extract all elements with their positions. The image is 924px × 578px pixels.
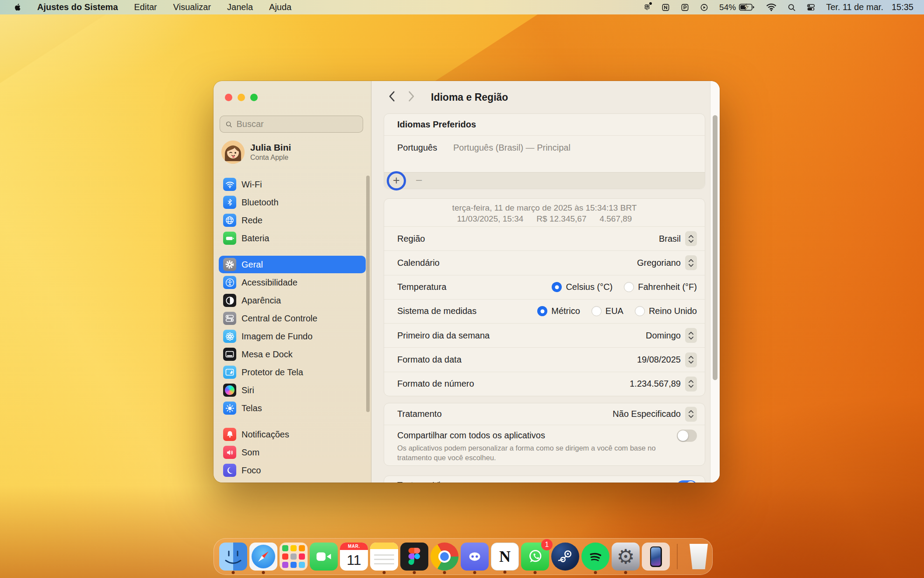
dock-system-settings[interactable]: ⚙ bbox=[612, 543, 640, 571]
menubar-item-janela[interactable]: Janela bbox=[227, 2, 253, 12]
dock-safari[interactable] bbox=[249, 543, 277, 571]
add-language-button[interactable]: + bbox=[391, 175, 402, 187]
format-preview-number: 4.567,89 bbox=[599, 214, 632, 224]
radio-celsius[interactable]: Celsius (°C) bbox=[552, 282, 612, 292]
sidebar-item-label: Rede bbox=[242, 215, 262, 226]
back-button[interactable] bbox=[388, 91, 395, 104]
dock-chrome[interactable] bbox=[430, 543, 458, 571]
sidebar-item-telas[interactable]: Telas bbox=[219, 399, 366, 417]
sidebar-item-foco[interactable]: Foco bbox=[219, 462, 366, 479]
battery-charging-icon bbox=[739, 3, 755, 11]
speaker-icon bbox=[223, 446, 236, 459]
radio-reino-unido[interactable]: Reino Unido bbox=[635, 306, 697, 316]
format-preview-currency: R$ 12.345,67 bbox=[536, 214, 586, 224]
calendar-month: MAR. bbox=[340, 543, 368, 550]
sidebar-item-siri[interactable]: Siri bbox=[219, 381, 366, 399]
close-button[interactable] bbox=[225, 94, 232, 101]
menubar-app-name[interactable]: Ajustes do Sistema bbox=[37, 2, 118, 12]
battery-status[interactable]: 54% bbox=[719, 3, 755, 12]
sidebar-scrollbar[interactable] bbox=[366, 176, 370, 412]
sidebar-item-wifi[interactable]: Wi-Fi bbox=[219, 176, 366, 193]
apple-menu-icon[interactable] bbox=[13, 3, 21, 12]
notion-menubar-icon[interactable] bbox=[662, 3, 670, 12]
language-detail: Português (Brasil) — Principal bbox=[453, 143, 570, 153]
sidebar-item-imagem-de-fundo[interactable]: Imagem de Fundo bbox=[219, 328, 366, 345]
bell-icon bbox=[223, 428, 236, 441]
account-row[interactable]: Julia Bini Conta Apple bbox=[221, 139, 366, 165]
menu-bar: Ajustes do Sistema Editar Visualizar Jan… bbox=[0, 0, 924, 14]
sidebar-item-protetor-de-tela[interactable]: Protetor de Tela bbox=[219, 363, 366, 381]
calendar-row: Calendário Gregoriano bbox=[384, 251, 705, 275]
first-day-select[interactable]: Domingo bbox=[646, 328, 697, 343]
forward-button[interactable] bbox=[408, 91, 415, 104]
share-toggle-off[interactable] bbox=[677, 430, 697, 442]
dock-spotify[interactable] bbox=[581, 543, 609, 571]
menubar-item-editar[interactable]: Editar bbox=[134, 2, 157, 12]
sidebar-item-aparencia[interactable]: Aparência bbox=[219, 292, 366, 309]
dock-notes[interactable] bbox=[370, 543, 398, 571]
radio-unselected-icon bbox=[635, 306, 645, 316]
sidebar-item-mesa-e-dock[interactable]: Mesa e Dock bbox=[219, 345, 366, 363]
globe-icon bbox=[223, 214, 236, 227]
format-preview-line1: terça-feira, 11 de março de 2025 às 15:3… bbox=[452, 203, 637, 213]
date-format-select[interactable]: 19/08/2025 bbox=[637, 352, 697, 367]
radio-eua[interactable]: EUA bbox=[592, 306, 623, 316]
sidebar-item-notificacoes[interactable]: Notificações bbox=[219, 426, 366, 443]
dock-iphone-mirroring[interactable] bbox=[642, 543, 670, 571]
calendar-select[interactable]: Gregoriano bbox=[637, 255, 697, 270]
zoom-button[interactable] bbox=[250, 94, 258, 101]
first-day-row: Primeiro dia da semana Domingo bbox=[384, 324, 705, 348]
dock-discord[interactable] bbox=[461, 543, 489, 571]
sidebar-item-central-de-controle[interactable]: Central de Controle bbox=[219, 310, 366, 327]
spotlight-search-icon[interactable] bbox=[788, 3, 796, 12]
wallpaper-flower-icon bbox=[223, 330, 236, 343]
dock-figma[interactable] bbox=[400, 543, 428, 571]
sidebar-item-acessibilidade[interactable]: Acessibilidade bbox=[219, 274, 366, 291]
live-text-label: Texto ao Vivo bbox=[397, 480, 450, 483]
content-scrollbar[interactable] bbox=[713, 115, 718, 380]
remove-language-button[interactable]: − bbox=[414, 175, 424, 187]
dock-steam[interactable] bbox=[551, 543, 579, 571]
preferred-languages-card: Idiomas Preferidos Português Português (… bbox=[384, 113, 705, 189]
dock-launchpad[interactable] bbox=[280, 543, 308, 571]
siri-orb-icon bbox=[223, 384, 236, 397]
sidebar-item-bluetooth[interactable]: Bluetooth bbox=[219, 194, 366, 211]
dock-notion[interactable]: N bbox=[491, 543, 519, 571]
dock-trash[interactable] bbox=[685, 543, 713, 571]
menubar-date[interactable]: Ter. 11 de mar. bbox=[826, 2, 883, 12]
radio-metrico[interactable]: Métrico bbox=[537, 306, 580, 316]
menubar-time[interactable]: 15:35 bbox=[892, 2, 914, 12]
sidebar-item-rede[interactable]: Rede bbox=[219, 211, 366, 229]
minimize-button[interactable] bbox=[238, 94, 245, 101]
wifi-menubar-icon[interactable] bbox=[766, 3, 777, 11]
p-app-menubar-icon[interactable] bbox=[681, 3, 689, 12]
menubar-item-visualizar[interactable]: Visualizar bbox=[173, 2, 211, 12]
dock-finder[interactable] bbox=[219, 543, 247, 571]
control-center-icon[interactable] bbox=[807, 3, 815, 12]
sidebar-nav: Wi-Fi Bluetooth Rede Bateria Geral bbox=[219, 176, 366, 479]
figma-menubar-icon[interactable] bbox=[644, 3, 651, 12]
search-input[interactable] bbox=[236, 119, 357, 129]
region-select[interactable]: Brasil bbox=[659, 231, 697, 246]
tratamento-select[interactable]: Não Especificado bbox=[612, 407, 697, 422]
menubar-item-ajuda[interactable]: Ajuda bbox=[269, 2, 291, 12]
appearance-icon bbox=[223, 294, 236, 307]
language-row[interactable]: Português Português (Brasil) — Principal bbox=[384, 136, 705, 153]
sidebar-item-bateria[interactable]: Bateria bbox=[219, 229, 366, 247]
sidebar-item-label: Som bbox=[242, 448, 259, 458]
sidebar-item-label: Siri bbox=[242, 385, 254, 395]
dock-calendar[interactable]: MAR. 11 bbox=[340, 543, 368, 571]
live-text-toggle-on[interactable] bbox=[677, 480, 697, 483]
dock-whatsapp[interactable]: 1 bbox=[521, 543, 549, 571]
sidebar-search[interactable] bbox=[220, 116, 363, 133]
radio-selected-icon bbox=[537, 306, 547, 316]
number-format-select[interactable]: 1.234.567,89 bbox=[630, 377, 697, 391]
calendar-label: Calendário bbox=[397, 258, 440, 268]
radio-fahrenheit[interactable]: Fahrenheit (°F) bbox=[624, 282, 697, 292]
playback-menubar-icon[interactable] bbox=[700, 3, 708, 12]
language-list-footer: + − bbox=[384, 172, 705, 189]
dock-facetime[interactable] bbox=[310, 543, 338, 571]
sidebar-item-geral[interactable]: Geral bbox=[219, 256, 366, 273]
format-preview: terça-feira, 11 de março de 2025 às 15:3… bbox=[384, 199, 705, 227]
sidebar-item-som[interactable]: Som bbox=[219, 444, 366, 461]
